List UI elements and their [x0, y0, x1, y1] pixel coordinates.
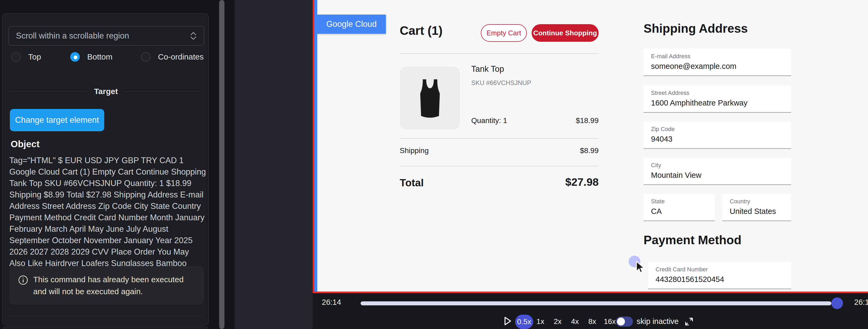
tank-top-image	[409, 73, 451, 123]
radio-bottom-label: Bottom	[87, 52, 113, 61]
divider-line	[124, 91, 203, 92]
city-label: City	[651, 162, 661, 169]
divider	[400, 138, 599, 139]
product-image	[400, 67, 460, 129]
email-label: E-mail Address	[651, 53, 690, 60]
country-field[interactable]: Country United States	[722, 194, 791, 221]
end-time: 26:1	[854, 298, 868, 307]
city-value: Mountain View	[651, 171, 702, 179]
divider	[400, 166, 599, 166]
replayed-webpage: Google Cloud Cart (1) Empty Cart Continu…	[317, 0, 868, 292]
checkout-section: Shipping Address E-mail Address someone@…	[644, 0, 791, 292]
speed-8x-button[interactable]: 8x	[584, 317, 601, 326]
skip-inactive-toggle[interactable]	[616, 317, 633, 327]
street-label: Street Address	[651, 90, 689, 96]
cart-title: Cart (1)	[400, 23, 442, 38]
timeline-handle[interactable]	[831, 297, 843, 309]
zip-field[interactable]: Zip Code 94043	[644, 122, 791, 149]
country-label: Country	[730, 198, 750, 205]
email-field[interactable]: E-mail Address someone@example.com	[644, 48, 791, 76]
viewport-border-left	[313, 0, 314, 293]
product-quantity: Quantity: 1	[471, 117, 507, 125]
info-icon	[18, 275, 28, 285]
cursor-icon	[634, 260, 646, 274]
cart-section: Cart (1) Empty Cart Continue Shopping Ta…	[400, 0, 599, 292]
action-select-value: Scroll within a scrollable region	[16, 31, 190, 41]
speed-0.5x-button[interactable]: 0.5x	[515, 315, 533, 329]
radio-coordinates[interactable]: Co-ordinates	[141, 52, 204, 62]
shipping-label: Shipping	[400, 146, 429, 155]
current-time: 26:14	[322, 298, 341, 307]
city-field[interactable]: City Mountain View	[644, 158, 791, 185]
next-command-panel-edge	[2, 326, 209, 329]
target-section-divider: Target	[9, 86, 203, 97]
radio-coordinates-circle-icon	[141, 52, 151, 62]
radio-coordinates-label: Co-ordinates	[158, 52, 204, 61]
credit-card-field[interactable]: Credit Card Number 4432801561520454	[648, 262, 791, 289]
radio-top-circle-icon	[11, 52, 21, 62]
radio-bottom-circle-icon	[70, 52, 80, 62]
shipping-value: $8.99	[580, 146, 599, 155]
select-chevron-icon	[190, 31, 197, 40]
sidebar: Scroll within a scrollable region Top Bo…	[0, 0, 235, 329]
target-highlight-border	[314, 0, 317, 292]
change-target-button[interactable]: Change target element	[10, 109, 104, 131]
country-value: United States	[730, 207, 776, 216]
state-label: State	[651, 198, 664, 205]
product-name: Tank Top	[471, 64, 504, 74]
state-field[interactable]: State CA	[644, 194, 715, 221]
action-select[interactable]: Scroll within a scrollable region	[8, 26, 204, 46]
skip-inactive-label: skip inactive	[637, 317, 679, 326]
sidebar-scrollbar[interactable]	[219, 0, 224, 329]
divider-line	[9, 91, 88, 92]
credit-card-label: Credit Card Number	[655, 266, 708, 273]
radio-bottom[interactable]: Bottom	[70, 52, 113, 62]
radio-top[interactable]: Top	[11, 52, 41, 62]
speed-2x-button[interactable]: 2x	[549, 317, 566, 326]
timeline-track[interactable]	[361, 301, 831, 305]
radio-top-label: Top	[28, 52, 41, 61]
command-panel: Scroll within a scrollable region Top Bo…	[2, 13, 209, 325]
toggle-knob	[617, 318, 625, 326]
notice-text: This command has already been executed a…	[33, 273, 193, 297]
object-description: Tag="HTML" $ EUR USD JPY GBP TRY CAD 1 G…	[9, 155, 206, 281]
street-field[interactable]: Street Address 1600 Amphitheatre Parkway	[644, 85, 791, 113]
play-icon[interactable]	[503, 316, 512, 326]
google-cloud-badge: Google Cloud	[317, 14, 386, 34]
zip-value: 94043	[651, 135, 673, 143]
already-executed-notice: This command has already been executed a…	[9, 266, 204, 305]
scroll-position-radio-group: Top Bottom Co-ordinates	[8, 52, 204, 64]
street-value: 1600 Amphitheatre Parkway	[651, 99, 747, 107]
empty-cart-button[interactable]: Empty Cart	[481, 24, 527, 42]
divider	[400, 53, 599, 54]
credit-card-value: 4432801561520454	[655, 275, 724, 284]
target-section-label: Target	[94, 87, 118, 96]
zip-label: Zip Code	[651, 126, 675, 133]
fullscreen-icon[interactable]	[684, 317, 694, 327]
shipping-address-heading: Shipping Address	[644, 21, 748, 36]
product-sku: SKU #66VCHSJNUP	[471, 79, 531, 87]
panel-bottom-divider	[9, 316, 203, 316]
speed-1x-button[interactable]: 1x	[532, 317, 549, 326]
total-value: $27.98	[565, 176, 599, 189]
speed-4x-button[interactable]: 4x	[566, 317, 584, 326]
total-label: Total	[400, 177, 424, 189]
object-heading: Object	[11, 139, 40, 150]
continue-shopping-button[interactable]: Continue Shopping	[532, 24, 599, 42]
replay-letterbox	[235, 0, 313, 329]
product-price: $18.99	[576, 117, 599, 125]
screen: Scroll within a scrollable region Top Bo…	[0, 0, 868, 329]
state-value: CA	[651, 207, 662, 216]
email-value: someone@example.com	[651, 62, 736, 71]
payment-method-heading: Payment Method	[644, 233, 741, 247]
